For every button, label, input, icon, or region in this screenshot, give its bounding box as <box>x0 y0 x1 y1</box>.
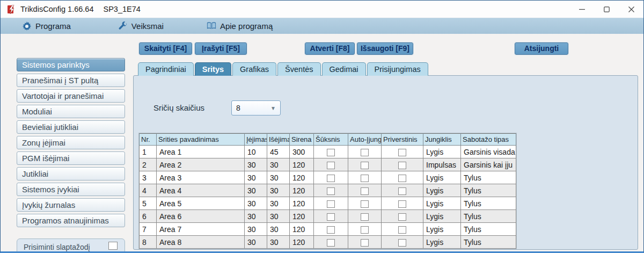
checkbox-suksnis[interactable] <box>314 197 348 210</box>
cell-exit-delay[interactable]: 30 <box>267 197 290 210</box>
checkbox-auto-arm[interactable] <box>348 184 382 197</box>
cell-exit-delay[interactable]: 30 <box>267 236 290 249</box>
cell-area-name[interactable]: Area 7 <box>157 223 245 236</box>
minimize-button[interactable] <box>569 1 594 18</box>
cell-siren-time[interactable]: 120 <box>290 197 314 210</box>
menu-apie-programa[interactable]: Apie programą <box>207 21 273 31</box>
cell-switch-type[interactable]: Lygis <box>423 184 461 197</box>
checkbox-auto-arm[interactable] <box>348 197 382 210</box>
checkbox-auto-arm[interactable] <box>348 223 382 236</box>
checkbox-auto-arm[interactable] <box>361 162 369 169</box>
cell-area-name[interactable]: Area 6 <box>157 210 245 223</box>
cell-exit-delay[interactable]: 45 <box>267 146 290 158</box>
checkbox-auto-arm[interactable] <box>361 200 369 208</box>
checkbox-auto-arm[interactable] <box>348 210 382 223</box>
disconnect-button[interactable]: Atsijungti <box>515 42 568 55</box>
cell-switch-type[interactable]: Lygis <box>423 223 461 236</box>
cell-area-name[interactable]: Area 3 <box>157 171 245 184</box>
menu-veiksmai[interactable]: Veiksmai <box>118 21 164 31</box>
cell-exit-delay[interactable]: 30 <box>267 184 290 197</box>
cell-tamper-type[interactable]: Tylus <box>461 210 516 223</box>
tab-grafikas[interactable]: Grafikas <box>232 62 276 76</box>
checkbox-forced[interactable] <box>398 149 406 156</box>
tab-šventės[interactable]: Šventės <box>277 62 320 76</box>
cell-switch-type[interactable]: Lygis <box>423 197 461 210</box>
cell-tamper-type[interactable]: Tylus <box>461 184 516 197</box>
sidebar-item-pgm-i-jimai[interactable]: PGM išėjimai <box>17 151 125 165</box>
cell-tamper-type[interactable]: Tylus <box>461 197 516 210</box>
open-button[interactable]: Atverti [F8] <box>305 42 355 55</box>
cell-siren-time[interactable]: 120 <box>290 158 314 171</box>
cell-tamper-type[interactable]: Garsinis kai įju <box>461 158 516 171</box>
cell-siren-time[interactable]: 120 <box>290 171 314 184</box>
cell-entry-delay[interactable]: 30 <box>245 197 267 210</box>
checkbox-suksnis[interactable] <box>327 226 335 234</box>
sidebar-item-programos-atnaujinimas[interactable]: Programos atnaujinimas <box>17 214 125 227</box>
cell-switch-type[interactable]: Lygis <box>423 146 461 158</box>
cell-siren-time[interactable]: 120 <box>290 223 314 236</box>
checkbox-suksnis[interactable] <box>327 149 335 156</box>
cell-switch-type[interactable]: Lygis <box>423 210 461 223</box>
cell-area-name[interactable]: Area 1 <box>157 146 245 158</box>
read-button[interactable]: Skaityti [F4] <box>139 42 192 55</box>
checkbox-forced[interactable] <box>398 200 406 208</box>
sidebar-item-jutikliai[interactable]: Jutikliai <box>17 167 125 180</box>
cell-entry-delay[interactable]: 30 <box>245 210 267 223</box>
checkbox-suksnis[interactable] <box>314 223 348 236</box>
sidebar-item-prane-imai-st-pult-[interactable]: Pranešimai į ST pultą <box>17 74 125 87</box>
checkbox-forced[interactable] <box>382 223 423 236</box>
cell-exit-delay[interactable]: 30 <box>267 210 290 223</box>
checkbox-forced[interactable] <box>382 158 423 171</box>
tab-pagrindiniai[interactable]: Pagrindiniai <box>138 62 194 76</box>
checkbox-suksnis[interactable] <box>314 184 348 197</box>
checkbox-forced[interactable] <box>382 171 423 184</box>
checkbox-suksnis[interactable] <box>327 239 335 247</box>
cell-area-name[interactable]: Area 2 <box>157 158 245 171</box>
checkbox-forced[interactable] <box>398 226 406 234</box>
cell-tamper-type[interactable]: Tylus <box>461 223 516 236</box>
checkbox-forced[interactable] <box>398 213 406 221</box>
cell-switch-type[interactable]: Lygis <box>423 171 461 184</box>
tab-gedimai[interactable]: Gedimai <box>322 62 366 76</box>
cell-siren-time[interactable]: 120 <box>290 184 314 197</box>
sidebar-item-zon-jimai[interactable]: Zonų įėjimai <box>17 136 125 149</box>
cell-exit-delay[interactable]: 30 <box>267 171 290 184</box>
cell-siren-time[interactable]: 300 <box>290 146 314 158</box>
cell-switch-type[interactable]: Lygis <box>423 236 461 249</box>
checkbox-forced[interactable] <box>398 187 406 195</box>
checkbox-suksnis[interactable] <box>327 187 335 195</box>
checkbox-auto-arm[interactable] <box>361 213 369 221</box>
checkbox-auto-arm[interactable] <box>348 158 382 171</box>
close-button[interactable] <box>619 1 643 18</box>
cell-exit-delay[interactable]: 30 <box>267 223 290 236</box>
cell-entry-delay[interactable]: 10 <box>245 146 267 158</box>
checkbox-suksnis[interactable] <box>314 146 348 158</box>
checkbox-auto-arm[interactable] <box>348 171 382 184</box>
checkbox-forced[interactable] <box>382 184 423 197</box>
sidebar-item--vyki-urnalas[interactable]: Įvykių žurnalas <box>17 198 125 212</box>
save-button[interactable]: Išsaugoti [F9] <box>357 42 413 55</box>
cell-entry-delay[interactable]: 30 <box>245 184 267 197</box>
checkbox-suksnis[interactable] <box>314 158 348 171</box>
cell-area-name[interactable]: Area 5 <box>157 197 245 210</box>
checkbox-auto-arm[interactable] <box>361 239 369 247</box>
cell-siren-time[interactable]: 120 <box>290 210 314 223</box>
checkbox-auto-arm[interactable] <box>348 146 382 158</box>
checkbox-suksnis[interactable] <box>327 213 335 221</box>
menu-programa[interactable]: Programa <box>22 21 71 31</box>
write-button[interactable]: Įrašyti [F5] <box>195 42 247 55</box>
cell-exit-delay[interactable]: 30 <box>267 158 290 171</box>
checkbox-suksnis[interactable] <box>314 171 348 184</box>
areas-count-dropdown[interactable]: 8 ▼ <box>231 100 281 115</box>
checkbox-suksnis[interactable] <box>327 200 335 208</box>
checkbox-forced[interactable] <box>398 175 406 182</box>
checkbox-forced[interactable] <box>382 146 423 158</box>
checkbox-suksnis[interactable] <box>327 162 335 169</box>
checkbox-suksnis[interactable] <box>327 175 335 182</box>
checkbox-forced[interactable] <box>398 162 406 169</box>
checkbox-auto-arm[interactable] <box>361 187 369 195</box>
checkbox-auto-arm[interactable] <box>361 226 369 234</box>
checkbox-forced[interactable] <box>382 210 423 223</box>
checkbox-auto-arm[interactable] <box>361 149 369 156</box>
checkbox-suksnis[interactable] <box>314 210 348 223</box>
